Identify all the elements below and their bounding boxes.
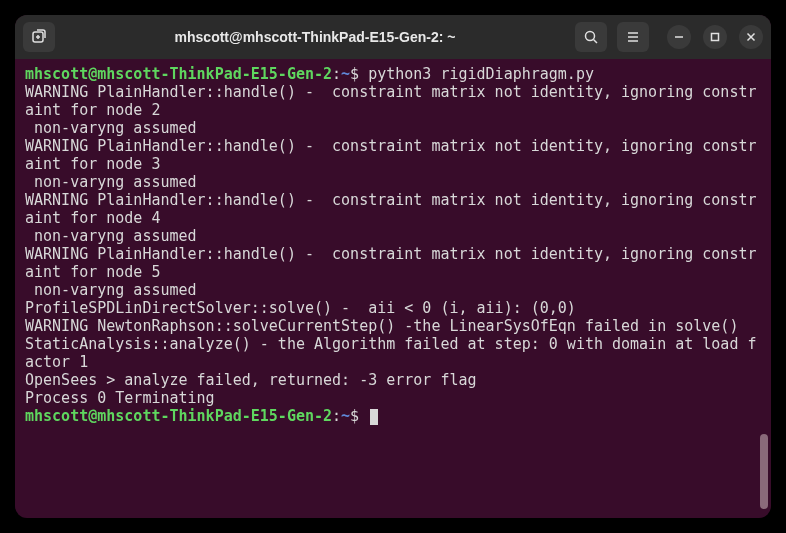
output-line: non-varyng assumed (25, 119, 761, 137)
search-button[interactable] (575, 22, 607, 52)
prompt-path: ~ (341, 65, 350, 83)
prompt-path: ~ (341, 407, 350, 425)
prompt-dollar: $ (350, 65, 368, 83)
maximize-icon (710, 32, 720, 42)
output-line: Process 0 Terminating (25, 389, 761, 407)
output-line: non-varyng assumed (25, 281, 761, 299)
output-line: StaticAnalysis::analyze() - the Algorith… (25, 335, 761, 371)
close-button[interactable] (739, 25, 763, 49)
output-line: WARNING PlainHandler::handle() - constra… (25, 245, 761, 281)
output-line: WARNING PlainHandler::handle() - constra… (25, 191, 761, 227)
window-title: mhscott@mhscott-ThinkPad-E15-Gen-2: ~ (55, 29, 575, 45)
prompt-dollar: $ (350, 407, 368, 425)
prompt-line-1: mhscott@mhscott-ThinkPad-E15-Gen-2:~$ py… (25, 65, 761, 83)
prompt-user: mhscott@mhscott-ThinkPad-E15-Gen-2 (25, 407, 332, 425)
titlebar: mhscott@mhscott-ThinkPad-E15-Gen-2: ~ (15, 15, 771, 59)
minimize-icon (674, 32, 684, 42)
output-line: non-varyng assumed (25, 227, 761, 245)
scrollbar[interactable] (760, 434, 768, 509)
output-line: ProfileSPDLinDirectSolver::solve() - aii… (25, 299, 761, 317)
output-line: non-varyng assumed (25, 173, 761, 191)
menu-button[interactable] (617, 22, 649, 52)
prompt-user: mhscott@mhscott-ThinkPad-E15-Gen-2 (25, 65, 332, 83)
cursor (370, 409, 378, 425)
prompt-line-2: mhscott@mhscott-ThinkPad-E15-Gen-2:~$ (25, 407, 761, 425)
svg-rect-2 (712, 34, 719, 41)
terminal-content[interactable]: mhscott@mhscott-ThinkPad-E15-Gen-2:~$ py… (15, 59, 771, 518)
titlebar-left (23, 22, 55, 52)
command-text: python3 rigidDiaphragm.py (368, 65, 594, 83)
output-line: WARNING PlainHandler::handle() - constra… (25, 83, 761, 119)
terminal-window: mhscott@mhscott-ThinkPad-E15-Gen-2: ~ (15, 15, 771, 518)
output-line: OpenSees > analyze failed, returned: -3 … (25, 371, 761, 389)
output-line: WARNING PlainHandler::handle() - constra… (25, 137, 761, 173)
new-tab-icon (31, 29, 47, 45)
titlebar-right (575, 22, 763, 52)
search-icon (583, 29, 599, 45)
output-line: WARNING NewtonRaphson::solveCurrentStep(… (25, 317, 761, 335)
new-tab-button[interactable] (23, 22, 55, 52)
close-icon (746, 32, 756, 42)
svg-point-1 (586, 32, 595, 41)
minimize-button[interactable] (667, 25, 691, 49)
hamburger-icon (625, 29, 641, 45)
maximize-button[interactable] (703, 25, 727, 49)
prompt-colon: : (332, 65, 341, 83)
prompt-colon: : (332, 407, 341, 425)
window-controls (667, 25, 763, 49)
